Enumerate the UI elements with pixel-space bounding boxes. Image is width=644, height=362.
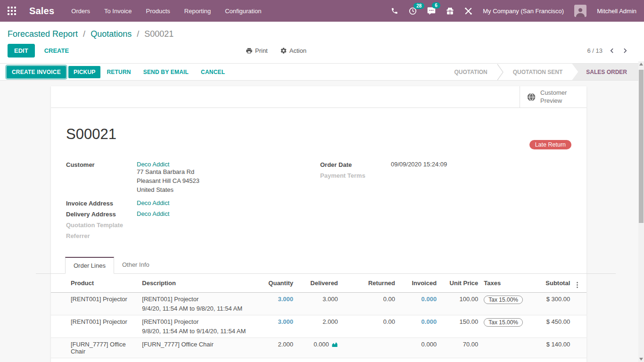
cell-invoiced: 0.000 <box>398 292 439 315</box>
cell-delivered: 3.000 <box>296 292 341 315</box>
cell-returned <box>341 337 398 358</box>
menu-to-invoice[interactable]: To Invoice <box>104 8 132 15</box>
delivery-address-value[interactable]: Deco Addict <box>137 210 169 218</box>
col-quantity[interactable]: Quantity <box>264 274 296 293</box>
main-menu: Orders To Invoice Products Reporting Con… <box>71 8 261 15</box>
pager-previous-button[interactable] <box>609 48 615 54</box>
breadcrumb-forecasted-report[interactable]: Forecasted Report <box>8 29 78 39</box>
referrer-label: Referrer <box>66 232 137 239</box>
col-unit-price[interactable]: Unit Price <box>439 274 481 293</box>
scroll-down-arrow-icon[interactable] <box>639 358 643 361</box>
cell-product: [RENT001] Projector <box>51 292 139 315</box>
order-line-row[interactable]: [FURN_7777] Office Chair [FURN_7777] Off… <box>51 337 586 358</box>
print-button[interactable]: Print <box>246 47 268 54</box>
customer-preview-button[interactable]: Customer Preview <box>520 86 586 107</box>
chevron-right-icon <box>622 48 628 54</box>
breadcrumb: Forecasted Report / Quotations / S00021 <box>8 26 636 44</box>
breadcrumb-separator: / <box>137 29 139 39</box>
return-button[interactable]: RETURN <box>100 66 137 78</box>
messages-chat-icon[interactable]: 6 <box>427 7 436 15</box>
statusbar: CREATE INVOICE PICKUP RETURN SEND BY EMA… <box>0 63 638 81</box>
user-avatar[interactable] <box>574 5 586 17</box>
col-invoiced[interactable]: Invoiced <box>398 274 439 293</box>
payment-terms-label: Payment Terms <box>320 172 391 179</box>
col-returned[interactable]: Returned <box>341 274 398 293</box>
col-description[interactable]: Description <box>139 274 264 293</box>
top-navbar: Sales Orders To Invoice Products Reporti… <box>0 0 644 22</box>
late-return-badge: Late Return <box>529 140 571 149</box>
order-line-row[interactable]: [RENT001] Projector [RENT001] Projector … <box>51 315 586 337</box>
gear-icon <box>280 47 287 54</box>
scroll-up-arrow-icon[interactable] <box>639 63 643 66</box>
tax-badge: Tax 15.00% <box>484 318 523 327</box>
apps-menu-icon[interactable] <box>8 7 16 15</box>
col-product[interactable]: Product <box>51 274 139 293</box>
phone-icon[interactable] <box>391 7 398 15</box>
state-quotation-sent[interactable]: QUOTATION SENT <box>504 64 572 80</box>
activity-count-badge: 28 <box>413 3 424 9</box>
customer-value[interactable]: Deco Addict <box>137 161 199 168</box>
tools-icon[interactable] <box>464 7 472 15</box>
tab-other-info[interactable]: Other Info <box>114 257 157 274</box>
step-chevron-icon <box>497 64 504 81</box>
breadcrumb-quotations[interactable]: Quotations <box>91 29 132 39</box>
col-delivered[interactable]: Delivered <box>296 274 341 293</box>
menu-configuration[interactable]: Configuration <box>225 8 261 15</box>
state-quotation[interactable]: QUOTATION <box>445 64 497 80</box>
chevron-left-icon <box>609 48 615 54</box>
cell-unit-price: 150.00 <box>439 315 481 337</box>
order-line-row[interactable]: [RENT001] Projector [RENT001] Projector … <box>51 292 586 315</box>
customer-label: Customer <box>66 161 137 197</box>
globe-icon <box>527 92 536 102</box>
cell-delivered: 0.000 <box>296 337 341 358</box>
menu-reporting[interactable]: Reporting <box>184 8 211 15</box>
cell-unit-price: 70.00 <box>439 337 481 358</box>
cancel-button[interactable]: CANCEL <box>195 66 231 78</box>
form-view-container: Customer Preview S00021 Late Return Cust… <box>0 81 644 362</box>
create-invoice-button[interactable]: CREATE INVOICE <box>7 66 66 78</box>
order-date-label: Order Date <box>320 161 391 168</box>
cell-subtotal: $ 140.00 <box>535 337 573 358</box>
customer-address-line1: 77 Santa Barbara Rd <box>137 168 199 177</box>
rental-period: 9/4/20, 11:54 AM to 9/8/20, 11:54 AM <box>142 305 261 312</box>
col-subtotal[interactable]: Subtotal <box>535 274 573 293</box>
rental-period: 9/8/20, 11:54 AM to 9/14/20, 11:54 AM <box>142 328 261 335</box>
action-label: Action <box>289 47 306 54</box>
cell-product: [RENT001] Projector <box>51 315 139 337</box>
optional-columns-kebab-icon[interactable] <box>576 281 579 289</box>
activities-clock-icon[interactable]: 28 <box>409 7 417 15</box>
tab-order-lines[interactable]: Order Lines <box>65 257 114 274</box>
cell-quantity: 3.000 <box>264 292 296 315</box>
tax-badge: Tax 15.00% <box>484 296 523 304</box>
gift-icon[interactable] <box>446 7 454 15</box>
app-name[interactable]: Sales <box>29 6 54 16</box>
scrollbar-thumb[interactable] <box>639 70 644 223</box>
invoice-address-value[interactable]: Deco Addict <box>137 199 169 207</box>
breadcrumb-current: S00021 <box>144 29 173 39</box>
action-button[interactable]: Action <box>280 47 306 54</box>
send-by-email-button[interactable]: SEND BY EMAIL <box>137 66 195 78</box>
order-lines-table: Product Description Quantity Delivered R… <box>51 274 586 358</box>
company-switcher[interactable]: My Company (San Francisco) <box>483 8 564 15</box>
menu-orders[interactable]: Orders <box>71 8 90 15</box>
cell-quantity: 2.000 <box>264 337 296 358</box>
cell-unit-price: 100.00 <box>439 292 481 315</box>
pager-next-button[interactable] <box>622 48 628 54</box>
state-sales-order[interactable]: SALES ORDER <box>572 64 638 80</box>
menu-products[interactable]: Products <box>146 8 170 15</box>
pickup-button[interactable]: PICKUP <box>68 66 101 78</box>
table-header-row: Product Description Quantity Delivered R… <box>51 274 586 293</box>
vertical-scrollbar[interactable] <box>638 61 644 362</box>
cell-quantity: 3.000 <box>264 315 296 337</box>
order-title: S00021 <box>66 126 571 143</box>
message-count-badge: 6 <box>432 2 440 8</box>
cell-invoiced: 0.000 <box>398 315 439 337</box>
edit-button[interactable]: EDIT <box>8 44 35 58</box>
user-menu[interactable]: Mitchell Admin <box>597 8 636 15</box>
forecast-area-chart-icon[interactable] <box>331 341 338 347</box>
cell-subtotal: $ 450.00 <box>535 315 573 337</box>
cell-description: [FURN_7777] Office Chair <box>139 337 264 358</box>
create-button[interactable]: CREATE <box>39 44 74 57</box>
cell-subtotal: $ 300.00 <box>535 292 573 315</box>
col-taxes[interactable]: Taxes <box>481 274 534 293</box>
